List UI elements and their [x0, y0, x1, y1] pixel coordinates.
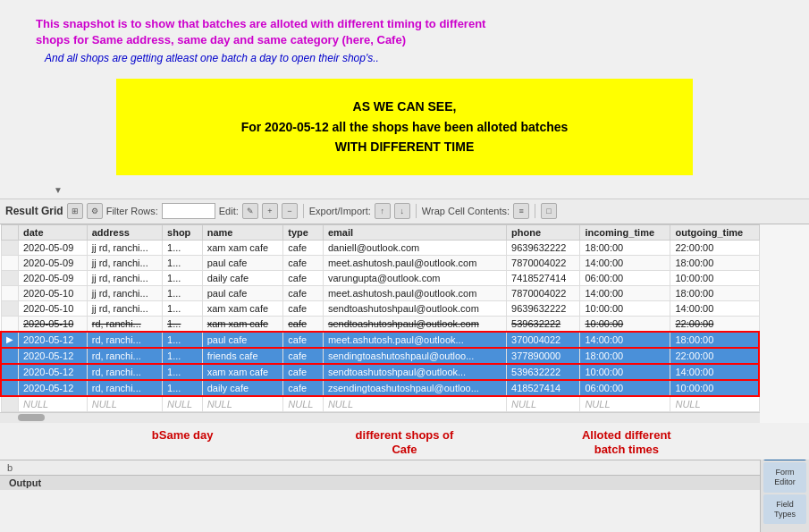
- cell-name: paul cafe: [202, 332, 283, 348]
- cell-date: 2020-05-12: [19, 348, 88, 364]
- cell-type: NULL: [283, 396, 324, 412]
- alloted-times-annotation: Alloted differentbatch times: [516, 428, 737, 459]
- cell-shop: 1...: [163, 270, 203, 285]
- cell-outgoing_time: 18:00:00: [670, 255, 759, 270]
- cell-phone: 9639632222: [507, 240, 580, 255]
- filter-input[interactable]: [162, 203, 215, 219]
- col-address[interactable]: address: [87, 224, 162, 240]
- field-types-btn[interactable]: FieldTypes: [763, 494, 806, 525]
- cell-type: cafe: [283, 300, 324, 316]
- cell-shop: 1...: [163, 285, 203, 300]
- bottom-bar: b: [0, 460, 809, 475]
- cell-date: 2020-05-10: [19, 316, 88, 332]
- cell-shop: NULL: [163, 396, 203, 412]
- col-shop[interactable]: shop: [163, 224, 203, 240]
- table-row[interactable]: ▶2020-05-12rd, ranchi...1...paul cafecaf…: [1, 332, 759, 348]
- table-row[interactable]: NULLNULLNULLNULLNULLNULLNULLNULLNULL: [1, 396, 759, 412]
- table-header-row: date address shop name type email phone …: [1, 224, 759, 240]
- cell-email: daniell@outlook.com: [323, 240, 506, 255]
- cell-name: xam xam cafe: [202, 240, 283, 255]
- table-row[interactable]: 2020-05-12rd, ranchi...1...daily cafecaf…: [1, 380, 759, 396]
- table-row[interactable]: 2020-05-12rd, ranchi...1...xam xam cafec…: [1, 364, 759, 380]
- cell-shop: 1...: [163, 364, 203, 380]
- cell-email: sendtoashutoshpaul@outlook.com: [323, 316, 506, 332]
- cell-date: 2020-05-12: [19, 380, 88, 396]
- layout-icon[interactable]: □: [541, 203, 557, 219]
- result-toolbar: Result Grid ⊞ ⚙ Filter Rows: Edit: ✎ + −…: [0, 199, 809, 224]
- cell-incoming_time: 10:00:00: [580, 300, 670, 316]
- cell-name: daily cafe: [202, 270, 283, 285]
- yellow-box-text: AS WE CAN SEE, For 2020-05-12 all the sh…: [241, 97, 569, 156]
- col-phone[interactable]: phone: [507, 224, 580, 240]
- form-editor-btn[interactable]: FormEditor: [763, 462, 806, 493]
- cell-address: jj rd, ranchi...: [87, 255, 162, 270]
- wrap-label: Wrap Cell Contents:: [422, 206, 510, 216]
- wrap-icon[interactable]: ≡: [513, 203, 529, 219]
- edit-icon1[interactable]: ✎: [242, 203, 258, 219]
- cell-address: NULL: [87, 396, 162, 412]
- cell-incoming_time: 06:00:00: [580, 380, 670, 396]
- cell-address: jj rd, ranchi...: [87, 300, 162, 316]
- cell-address: rd, ranchi...: [87, 332, 162, 348]
- edit-icon3[interactable]: −: [282, 203, 298, 219]
- row-indicator: [1, 348, 19, 364]
- table-row[interactable]: 2020-05-09jj rd, ranchi...1...daily cafe…: [1, 270, 759, 285]
- cell-outgoing_time: 10:00:00: [670, 380, 759, 396]
- row-indicator: [1, 255, 19, 270]
- export-icon2[interactable]: ↓: [394, 203, 410, 219]
- horizontal-scrollbar[interactable]: [0, 412, 760, 423]
- cell-name: friends cafe: [202, 348, 283, 364]
- cell-date: NULL: [19, 396, 88, 412]
- export-icon1[interactable]: ↑: [375, 203, 391, 219]
- cell-phone: 377890000: [507, 348, 580, 364]
- col-incoming[interactable]: incoming_time: [580, 224, 670, 240]
- edit-icon2[interactable]: +: [262, 203, 278, 219]
- filter-rows-label: Filter Rows:: [106, 206, 158, 216]
- cell-incoming_time: 14:00:00: [580, 255, 670, 270]
- row-indicator: [1, 270, 19, 285]
- cell-email: meet.ashutosh.paul@outlook.com: [323, 285, 506, 300]
- cell-phone: 7870004022: [507, 285, 580, 300]
- cell-email: meet.ashutosh.paul@outlook...: [323, 332, 506, 348]
- cell-shop: 1...: [163, 332, 203, 348]
- cell-outgoing_time: NULL: [670, 396, 759, 412]
- filter-icon[interactable]: ⚙: [87, 203, 103, 219]
- row-indicator: [1, 285, 19, 300]
- cell-outgoing_time: 18:00:00: [670, 285, 759, 300]
- scroll-hint-area: ▼: [0, 182, 809, 198]
- col-type[interactable]: type: [283, 224, 324, 240]
- cell-type: cafe: [283, 285, 324, 300]
- table-row[interactable]: 2020-05-10jj rd, ranchi...1...xam xam ca…: [1, 300, 759, 316]
- cell-incoming_time: 14:00:00: [580, 332, 670, 348]
- grid-icon[interactable]: ⊞: [67, 203, 83, 219]
- col-email[interactable]: email: [323, 224, 506, 240]
- cell-name: xam xam cafe: [202, 300, 283, 316]
- cell-address: jj rd, ranchi...: [87, 240, 162, 255]
- cell-phone: NULL: [507, 396, 580, 412]
- table-row[interactable]: 2020-05-12rd, ranchi...1...friends cafec…: [1, 348, 759, 364]
- cell-shop: 1...: [163, 380, 203, 396]
- table-wrapper[interactable]: date address shop name type email phone …: [0, 224, 760, 412]
- col-outgoing[interactable]: outgoing_time: [670, 224, 759, 240]
- table-row[interactable]: 2020-05-09jj rd, ranchi...1...paul cafec…: [1, 255, 759, 270]
- cell-shop: 1...: [163, 240, 203, 255]
- col-date[interactable]: date: [19, 224, 88, 240]
- table-row[interactable]: 2020-05-10jj rd, ranchi...1...paul cafec…: [1, 285, 759, 300]
- edit-label: Edit:: [219, 206, 239, 216]
- toolbar-sep3: [535, 204, 535, 218]
- toolbar-sep2: [416, 204, 417, 218]
- cell-date: 2020-05-09: [19, 255, 88, 270]
- col-name[interactable]: name: [202, 224, 283, 240]
- row-indicator: [1, 316, 19, 332]
- row-indicator: ▶: [1, 332, 19, 348]
- output-tab[interactable]: Output: [0, 475, 809, 490]
- scroll-down-icon: ▼: [54, 185, 63, 195]
- export-label: Export/Import:: [309, 206, 371, 216]
- cell-email: zsendingtoashutoshpaul@outloo...: [323, 380, 506, 396]
- table-row[interactable]: 2020-05-09jj rd, ranchi...1...xam xam ca…: [1, 240, 759, 255]
- cell-name: paul cafe: [202, 285, 283, 300]
- cell-email: NULL: [323, 396, 506, 412]
- result-grid-label: Result Grid: [5, 205, 63, 217]
- cell-type: cafe: [283, 380, 324, 396]
- table-row[interactable]: 2020-05-10rd, ranchi...1...xam xam cafec…: [1, 316, 759, 332]
